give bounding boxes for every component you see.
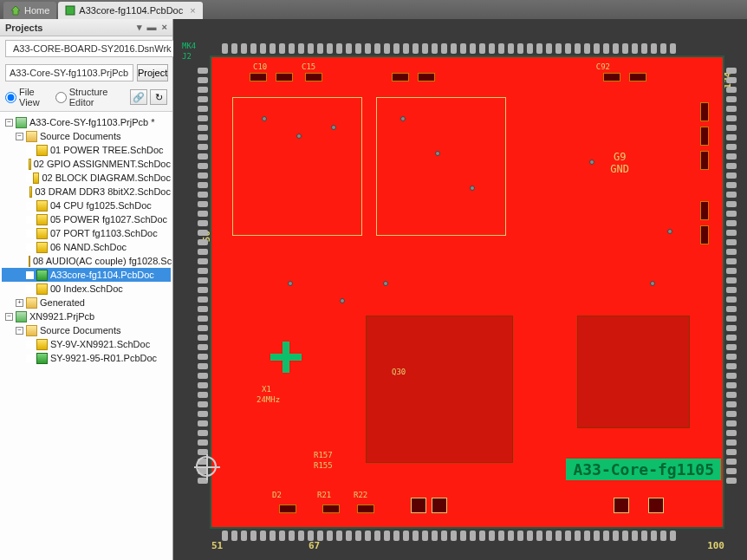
panel-pin-icon[interactable]: ▬ (147, 22, 157, 33)
pad (726, 134, 737, 140)
pad (632, 43, 638, 54)
tree-doc[interactable]: 00 Index.SchDoc (2, 282, 171, 296)
project-field[interactable] (5, 64, 133, 81)
pad (726, 230, 737, 236)
radio-file-view[interactable]: File View (5, 87, 52, 107)
component (411, 498, 426, 513)
refdes-mk4: MK4 (182, 42, 196, 50)
pad (651, 43, 657, 54)
pad (422, 43, 428, 54)
pad (546, 43, 552, 54)
tree-source-docs[interactable]: −Source Documents (2, 323, 171, 337)
tree-generated[interactable]: +Generated (2, 296, 171, 309)
pad (451, 531, 457, 541)
project-icon (16, 311, 27, 322)
refresh-button[interactable]: ↻ (150, 89, 167, 105)
pad (555, 43, 562, 54)
tab-pcbdoc[interactable]: A33core-fg1104.PcbDoc × (58, 2, 202, 19)
pad (470, 43, 476, 54)
component (279, 505, 296, 513)
tab-home[interactable]: Home (3, 2, 56, 19)
tab-label: A33core-fg1104.PcbDoc (79, 5, 183, 16)
refdes: C92 (596, 62, 610, 71)
pad (508, 531, 514, 541)
pad (498, 43, 504, 54)
pad (726, 354, 737, 360)
tree-doc-selected[interactable]: A33core-fg1104.PcbDoc (2, 268, 171, 282)
pad (651, 531, 657, 541)
tree-doc[interactable]: 06 NAND.SchDoc (2, 240, 171, 254)
pad (198, 77, 208, 83)
pad (374, 531, 380, 541)
project-button[interactable]: Project (137, 64, 168, 81)
schematic-icon (36, 339, 48, 350)
component (614, 498, 629, 513)
pad (198, 363, 208, 369)
tree-doc[interactable]: SY-9921-95-R01.PcbDoc (2, 351, 171, 365)
pad (260, 43, 266, 54)
tree-project-a33[interactable]: −A33-Core-SY-fg1103.PrjPcb * (2, 115, 171, 129)
component (432, 498, 447, 513)
pad (198, 268, 208, 274)
pad (726, 268, 737, 274)
pad (198, 392, 208, 398)
pad (613, 43, 619, 54)
tree-doc[interactable]: 07 PORT fg1103.SchDoc (2, 226, 171, 240)
pad (726, 68, 737, 74)
link-toggle-button[interactable]: 🔗 (130, 89, 147, 105)
tree-doc[interactable]: SY-9V-XN9921.SchDoc (2, 337, 171, 351)
refdes: C15 (302, 62, 315, 71)
close-icon[interactable]: × (190, 5, 195, 16)
pad (460, 43, 466, 54)
tree-doc[interactable]: 08 AUDIO(AC couple) fg1028.SchDoc (2, 254, 171, 268)
tree-source-docs[interactable]: −Source Documents (2, 129, 171, 143)
pad (726, 211, 737, 217)
pad (726, 87, 737, 93)
tree-project-xn9921[interactable]: −XN9921.PrjPcb (2, 309, 171, 323)
tree-doc[interactable]: 02 BLOCK DIAGRAM.SchDoc (2, 171, 171, 185)
pad (198, 287, 208, 293)
component-bga2 (577, 316, 690, 428)
project-icon (16, 117, 27, 128)
pad (403, 43, 409, 54)
pad (726, 440, 737, 446)
pin-num: 100 (707, 540, 724, 551)
panel-dropdown-icon[interactable]: ▾ (137, 22, 142, 33)
pad (298, 43, 304, 54)
pad (384, 43, 390, 54)
tree-doc[interactable]: 04 CPU fg1025.SchDoc (2, 199, 171, 212)
workspace-select[interactable]: A33-CORE-BOARD-SY2016.DsnWrk (5, 40, 190, 57)
via (340, 298, 345, 303)
pad (250, 43, 257, 54)
tree-doc[interactable]: 03 DRAM DDR3 8bitX2.SchDoc (2, 185, 171, 199)
pad (327, 43, 333, 54)
pad (441, 531, 447, 541)
pad (536, 531, 542, 541)
tree-doc[interactable]: 05 POWER fg1027.SchDoc (2, 212, 171, 226)
pcb-editor[interactable]: MK4 J2 50 51 67 100 134 (173, 19, 747, 560)
folder-icon (26, 297, 37, 309)
tab-label: Home (24, 5, 49, 16)
tree-doc[interactable]: 01 POWER TREE.SchDoc (2, 143, 171, 157)
pad (198, 239, 208, 245)
pad (384, 531, 390, 541)
pad (726, 373, 737, 379)
project-tree: −A33-Core-SY-fg1103.PrjPcb * −Source Doc… (0, 112, 172, 560)
pad (726, 182, 737, 188)
panel-close-icon[interactable]: × (162, 22, 167, 33)
pcb-canvas[interactable]: MK4 J2 50 51 67 100 134 (180, 26, 740, 553)
pad (412, 531, 419, 541)
refdes: R22 (354, 491, 367, 499)
refdes: X1 (262, 385, 271, 394)
pad (198, 134, 208, 140)
radio-structure-editor[interactable]: Structure Editor (55, 87, 127, 107)
schematic-icon (36, 214, 48, 225)
pad (660, 43, 666, 54)
pad (393, 531, 399, 541)
pad (479, 531, 485, 541)
tree-doc[interactable]: 02 GPIO ASSIGNMENT.SchDoc (2, 157, 171, 171)
pad (355, 43, 361, 54)
pad (726, 325, 737, 331)
component (700, 102, 709, 121)
pad (198, 335, 208, 341)
